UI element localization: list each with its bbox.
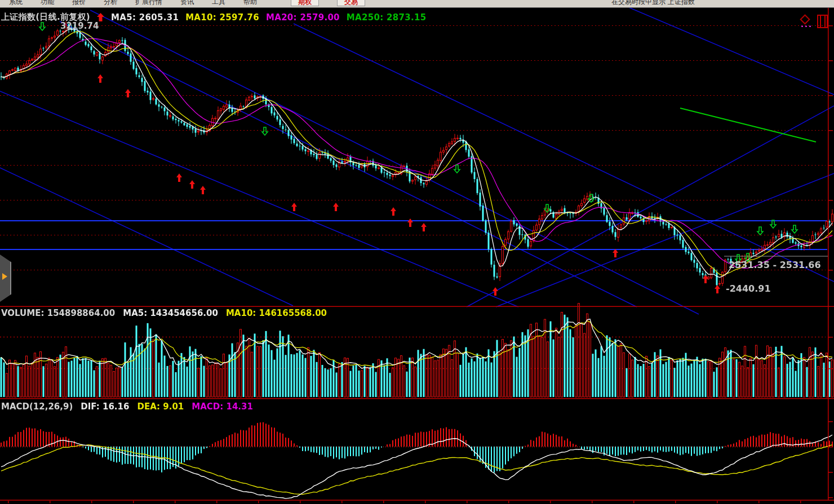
ma5-value: MA5: 2605.31 <box>111 12 179 23</box>
menu-item-analysis[interactable]: 分析 <box>104 0 117 6</box>
more-dots-icon[interactable]: ··· <box>801 22 813 30</box>
dea-value: DEA: 9.01 <box>137 402 184 412</box>
menu-item-tools[interactable]: 工具 <box>212 0 225 6</box>
menu-item-help[interactable]: 帮助 <box>243 0 257 6</box>
range-price-label: 2531.35 - 2531.66 <box>729 260 821 270</box>
split-window-icon[interactable] <box>817 15 828 28</box>
ma10-value: MA10: 2597.76 <box>185 12 259 23</box>
sidebar-expand-handle[interactable] <box>0 255 11 302</box>
volume-title-bar: VOLUME: 154898864.00 MA5: 143454656.00 M… <box>1 308 327 318</box>
peak-price-label: 3219.74 <box>60 21 99 31</box>
trade-button[interactable]: 交易 <box>337 0 365 6</box>
menu-item-function[interactable]: 功能 <box>41 0 54 6</box>
volume-ma10-value: MA10: 146165568.00 <box>226 308 327 318</box>
ma250-value: MA250: 2873.15 <box>347 12 427 23</box>
macd-title-bar: MACD(12,26,9) DIF: 16.16 DEA: 9.01 MACD:… <box>1 402 253 412</box>
trend-up-icon <box>97 13 104 21</box>
macd-value: MACD: 14.31 <box>192 402 253 412</box>
dif-value: DIF: 16.16 <box>81 402 129 412</box>
menu-item-quotes[interactable]: 报价 <box>72 0 86 6</box>
menubar-status-text: 在交易时段中显示 上证指数 <box>611 0 695 6</box>
volume-ma5-value: MA5: 143454656.00 <box>123 308 218 318</box>
menu-item-system[interactable]: 系统 <box>9 0 23 6</box>
ma20-value: MA20: 2579.00 <box>266 12 340 23</box>
menubar: 系统 功能 报价 分析 扩展行情 资讯 工具 帮助 期权 交易 在交易时段中显示… <box>0 0 834 8</box>
low-price-label: -2440.91 <box>726 283 771 294</box>
menu-item-news[interactable]: 资讯 <box>180 0 194 6</box>
stock-chart-canvas[interactable] <box>0 0 834 504</box>
menu-row: 系统 功能 报价 分析 扩展行情 资讯 工具 帮助 期权 交易 <box>0 0 834 6</box>
volume-value: VOLUME: 154898864.00 <box>1 308 115 318</box>
expand-arrow-icon <box>2 273 7 280</box>
macd-params-label: MACD(12,26,9) <box>1 402 73 412</box>
menu-item-extended[interactable]: 扩展行情 <box>135 0 162 6</box>
chart-corner-icons: ··· <box>800 15 829 29</box>
options-button[interactable]: 期权 <box>291 0 319 6</box>
